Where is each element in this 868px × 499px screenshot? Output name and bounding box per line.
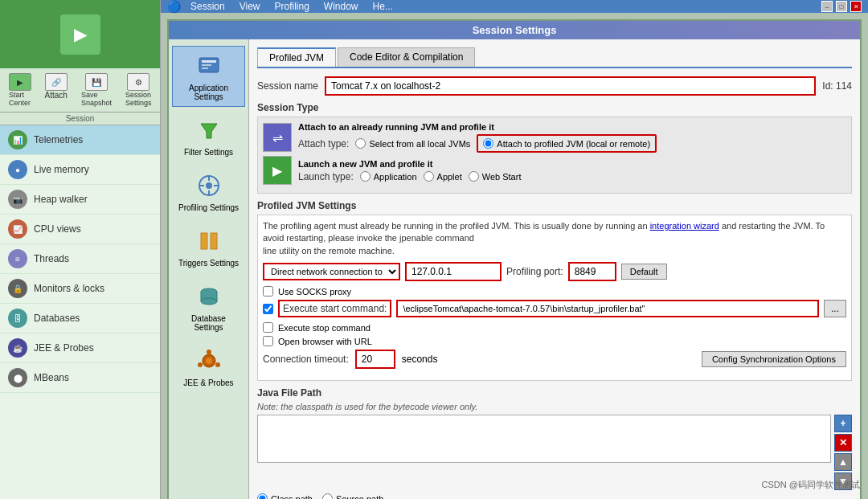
connection-type-select[interactable]: Direct network connection to — [263, 263, 400, 280]
ip-address-input[interactable] — [405, 262, 502, 281]
start-command-input[interactable] — [396, 300, 819, 317]
timeout-label: Connection timeout: — [263, 354, 349, 365]
seconds-label: seconds — [402, 354, 438, 365]
maximize-button[interactable]: □ — [836, 1, 847, 12]
file-textarea[interactable] — [257, 415, 831, 463]
attach-type-label: Attach type: — [298, 138, 349, 149]
open-browser-row: Open browser with URL — [263, 336, 846, 346]
svg-point-21 — [215, 362, 220, 367]
menu-session[interactable]: Session — [186, 1, 230, 12]
session-name-row: Session name Id: 114 — [257, 76, 852, 96]
section-label: Session — [0, 112, 160, 125]
profiled-settings-title: Profiled JVM Settings — [257, 200, 852, 211]
svg-point-19 — [206, 358, 212, 364]
class-path-option[interactable]: Class path — [257, 493, 313, 499]
move-up-file-button[interactable]: ▲ — [834, 453, 852, 471]
java-file-path-title: Java File Path — [257, 387, 852, 399]
timeout-input[interactable] — [355, 350, 395, 369]
dialog-body: Application Settings Filter Settings — [169, 39, 860, 499]
source-path-option[interactable]: Source path — [322, 493, 383, 499]
attach-option1[interactable]: Select from all local JVMs — [355, 138, 470, 149]
svg-point-20 — [207, 350, 211, 354]
execute-start-checkbox[interactable] — [263, 304, 273, 314]
execute-stop-checkbox[interactable] — [263, 322, 273, 333]
sidebar-item-cpu-views[interactable]: 📈 CPU views — [0, 215, 160, 244]
attach-button[interactable]: 🔗 Attach — [42, 72, 71, 108]
session-name-input[interactable] — [325, 76, 816, 96]
profiling-settings-button[interactable]: Profiling Settings — [172, 166, 245, 218]
menu-view[interactable]: View — [235, 1, 265, 12]
tab-code-editor[interactable]: Code Editor & Compilation — [338, 47, 475, 67]
launch-option-applet[interactable]: Applet — [424, 171, 462, 182]
sidebar-item-mbeans[interactable]: ⬤ MBeans — [0, 363, 160, 393]
sidebar-item-threads[interactable]: ≡ Threads — [0, 244, 160, 274]
port-input[interactable] — [568, 262, 616, 281]
session-settings-button[interactable]: ⚙ Session Settings — [122, 72, 155, 108]
launch-description: Launch a new JVM and profile it — [298, 159, 846, 169]
sidebar-item-telemetries[interactable]: 📊 Telemetries — [0, 125, 160, 155]
svg-rect-12 — [211, 233, 217, 249]
window-controls: – □ ✕ — [821, 1, 862, 12]
close-button[interactable]: ✕ — [850, 1, 862, 12]
profiled-jvm-box: The profiling agent must already be runn… — [257, 215, 852, 381]
network-row: Direct network connection to Profiling p… — [263, 262, 846, 281]
app-logo: ▶ — [60, 14, 100, 55]
launch-icon: ▶ — [263, 156, 292, 185]
settings-text: The profiling agent must already be runn… — [263, 220, 846, 257]
sidebar-item-databases[interactable]: 🗄 Databases — [0, 304, 160, 333]
menu-profiling[interactable]: Profiling — [270, 1, 314, 12]
session-id-label: Id: 114 — [822, 80, 852, 92]
start-center-button[interactable]: ▶ Start Center — [6, 72, 35, 108]
tab-profiled-jvm[interactable]: Profiled JVM — [257, 47, 336, 67]
application-settings-icon — [194, 51, 223, 80]
sidebar-nav: 📊 Telemetries ● Live memory 📷 Heap walke… — [0, 125, 160, 499]
attach-description: Attach to an already running JVM and pro… — [298, 122, 846, 132]
cpu-views-icon: 📈 — [8, 219, 27, 239]
sidebar-item-jee-probes[interactable]: ☕ JEE & Probes — [0, 333, 160, 363]
session-type-box: ⇌ Attach to an already running JVM and p… — [257, 117, 852, 194]
dialog-left-panel: Application Settings Filter Settings — [169, 39, 249, 499]
threads-icon: ≡ — [8, 249, 27, 268]
dialog-title: Session Settings — [169, 21, 860, 39]
sidebar-item-live-memory[interactable]: ● Live memory — [0, 155, 160, 185]
launch-option-webstart[interactable]: Web Start — [469, 171, 522, 182]
filter-settings-button[interactable]: Filter Settings — [172, 110, 245, 162]
database-settings-button[interactable]: Database Settings — [172, 276, 245, 337]
socks-proxy-row: Use SOCKS proxy — [263, 286, 846, 297]
execute-stop-label: Execute stop command — [278, 323, 371, 333]
remove-file-button[interactable]: ✕ — [834, 434, 852, 452]
sidebar: ▶ ▶ Start Center 🔗 Attach 💾 Save Snapsho… — [0, 0, 161, 499]
title-bar: 🔵 Session View Profiling Window He... – … — [161, 0, 868, 13]
integration-wizard-link[interactable]: integration wizard — [650, 221, 719, 231]
browse-start-button[interactable]: ... — [824, 300, 846, 317]
minimize-button[interactable]: – — [821, 1, 833, 12]
launch-type-row: Launch type: Application Applet — [298, 171, 846, 182]
execute-start-label: Execute start command: — [278, 300, 391, 317]
dialog-area: Session Settings — [161, 13, 868, 499]
jee-probes-button[interactable]: JEE & Probes — [172, 341, 245, 393]
menu-window[interactable]: Window — [319, 1, 363, 12]
config-sync-button[interactable]: Config Synchronization Options — [702, 351, 846, 367]
triggers-settings-icon — [194, 227, 223, 256]
open-browser-label: Open browser with URL — [278, 337, 372, 346]
heap-walker-icon: 📷 — [8, 190, 27, 209]
add-file-button[interactable]: + — [834, 415, 852, 432]
save-snapshot-button[interactable]: 💾 Save Snapshot — [78, 72, 115, 108]
main-content: 🔵 Session View Profiling Window He... – … — [161, 0, 868, 499]
attach-option2[interactable]: Attach to profiled JVM (local or remote) — [477, 134, 657, 153]
svg-rect-11 — [201, 233, 207, 249]
launch-option-app[interactable]: Application — [360, 171, 417, 182]
svg-point-22 — [198, 362, 203, 367]
socks-proxy-checkbox[interactable] — [263, 286, 273, 297]
sidebar-item-monitors-locks[interactable]: 🔒 Monitors & locks — [0, 274, 160, 304]
monitors-icon: 🔒 — [8, 279, 27, 298]
open-browser-checkbox[interactable] — [263, 336, 273, 346]
menu-help[interactable]: He... — [368, 1, 398, 12]
triggers-settings-button[interactable]: Triggers Settings — [172, 221, 245, 273]
application-settings-button[interactable]: Application Settings — [172, 46, 245, 107]
session-name-label: Session name — [257, 80, 318, 92]
sidebar-item-heap-walker[interactable]: 📷 Heap walker — [0, 185, 160, 215]
toolbar: ▶ Start Center 🔗 Attach 💾 Save Snapshot … — [0, 68, 160, 112]
default-button[interactable]: Default — [621, 264, 667, 280]
live-memory-icon: ● — [8, 160, 27, 179]
